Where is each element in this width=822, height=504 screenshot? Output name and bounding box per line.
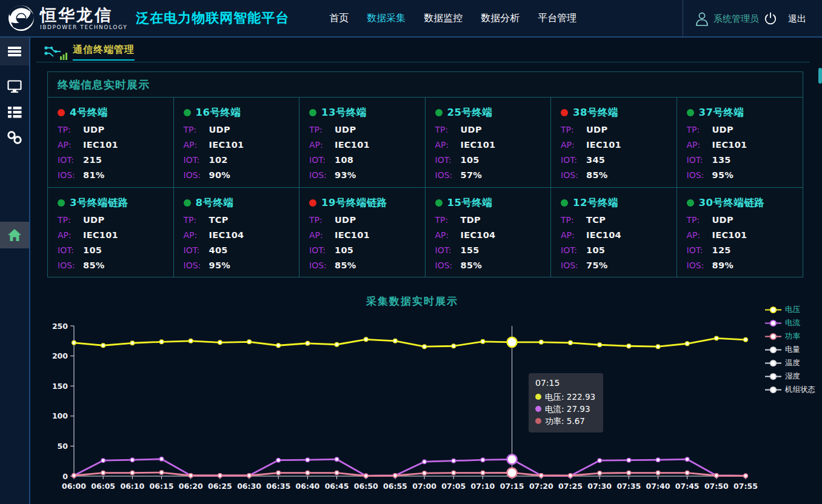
field-value-iot: 125 — [712, 245, 731, 256]
field-value-tp: UDP — [712, 124, 733, 135]
chart-title: 采集数据实时展示 — [36, 294, 788, 308]
breadcrumb[interactable]: 通信终端管理 — [73, 44, 135, 61]
sidebar-item-list[interactable] — [0, 99, 29, 125]
field-label-ios: IOS: — [561, 170, 586, 181]
terminal-name: 25号终端 — [447, 106, 493, 119]
legend-item-5[interactable]: 温度 — [765, 356, 815, 370]
field-label-tp: TP: — [561, 124, 586, 135]
status-dot-red — [561, 109, 568, 116]
realtime-line-chart[interactable]: 05010015020025006:0006:0506:1006:1506:20… — [36, 315, 822, 504]
legend-item-4[interactable]: 电量 — [765, 343, 815, 356]
field-value-tp: TCP — [586, 214, 606, 225]
terminal-card: 25号终端TP:UDPAP:IEC101IOT:105IOS:57% — [426, 98, 552, 188]
terminal-name: 12号终端 — [573, 196, 618, 210]
svg-text:06:55: 06:55 — [383, 482, 407, 491]
svg-text:07:05: 07:05 — [441, 482, 466, 491]
field-label-ios: IOS: — [435, 260, 461, 271]
terminal-name: 3号终端链路 — [70, 196, 129, 210]
field-value-ios: 93% — [335, 170, 356, 181]
terminal-name: 8号终端 — [196, 196, 234, 210]
status-dot-red — [58, 109, 65, 116]
field-value-iot: 105 — [83, 245, 102, 256]
user-icon — [695, 12, 709, 26]
series-dot-icon — [535, 418, 541, 424]
field-value-tp: UDP — [335, 124, 356, 135]
logout-button[interactable]: 退出 — [788, 13, 806, 25]
nav-item-5[interactable]: 平台管理 — [538, 12, 576, 25]
field-label-ios: IOS: — [58, 260, 83, 271]
field-value-ap: IEC104 — [461, 230, 496, 240]
nav-item-3[interactable]: 数据监控 — [424, 12, 463, 25]
scrollbar-thumb[interactable] — [818, 68, 822, 84]
field-value-iot: 102 — [209, 154, 228, 165]
legend-item-2[interactable]: 电流 — [765, 316, 815, 330]
terminal-card: 19号终端链路TP:UDPAP:IEC101IOT:105IOS:85% — [299, 188, 426, 277]
svg-text:07:35: 07:35 — [616, 482, 641, 491]
field-value-tp: UDP — [335, 214, 356, 225]
field-label-iot: IOT: — [58, 245, 83, 256]
status-dot-red — [309, 199, 316, 207]
field-label-iot: IOT: — [309, 154, 335, 165]
terminal-card: 3号终端链路TP:UDPAP:IEC101IOT:105IOS:85% — [48, 188, 174, 277]
menu-toggle-button[interactable] — [0, 38, 29, 65]
terminal-name: 37号终端 — [699, 106, 744, 119]
field-value-tp: UDP — [83, 214, 104, 225]
main-nav: 首页数据采集数据监控数据分析平台管理 — [329, 12, 576, 25]
brand-title: 恒华龙信 — [40, 7, 127, 23]
field-label-ap: AP: — [184, 230, 209, 240]
sidebar-item-monitor[interactable] — [0, 74, 29, 99]
legend-marker-icon — [765, 386, 781, 394]
status-dot-green — [184, 109, 191, 116]
field-value-ios: 85% — [335, 260, 356, 271]
terminal-card: 38号终端TP:UDPAP:IEC101IOT:345IOS:85% — [551, 98, 677, 188]
field-label-iot: IOT: — [184, 154, 209, 165]
field-label-tp: TP: — [309, 124, 335, 135]
svg-text:07:55: 07:55 — [733, 482, 758, 491]
terminal-card: 15号终端TP:TDPAP:IEC104IOT:155IOS:85% — [426, 188, 552, 277]
nav-item-4[interactable]: 数据分析 — [481, 12, 520, 25]
legend-label: 电流 — [785, 318, 800, 328]
status-dot-green — [309, 109, 316, 116]
power-icon[interactable] — [764, 12, 777, 25]
list-icon — [7, 106, 22, 118]
field-label-ap: AP: — [435, 230, 461, 240]
field-value-iot: 345 — [586, 154, 605, 165]
field-value-tp: TDP — [461, 214, 481, 225]
series-dot-icon — [535, 394, 541, 400]
legend-item-6[interactable]: 湿度 — [765, 370, 815, 383]
legend-item-1[interactable]: 电压 — [765, 303, 815, 316]
terminal-name: 4号终端 — [70, 106, 108, 119]
field-value-tp: UDP — [586, 124, 607, 135]
field-value-iot: 108 — [335, 154, 353, 165]
nav-item-2[interactable]: 数据采集 — [367, 12, 406, 25]
svg-text:07:15: 07:15 — [500, 482, 524, 491]
field-label-ap: AP: — [58, 230, 83, 240]
field-label-iot: IOT: — [687, 245, 712, 256]
legend-item-3[interactable]: 功率 — [765, 330, 815, 343]
field-value-ios: 85% — [586, 170, 608, 181]
svg-text:150: 150 — [52, 382, 68, 391]
sidebar-item-home[interactable] — [0, 222, 29, 248]
svg-text:200: 200 — [52, 351, 68, 360]
field-label-tp: TP: — [561, 214, 586, 225]
nav-item-1[interactable]: 首页 — [329, 12, 349, 25]
field-label-ap: AP: — [687, 230, 712, 240]
svg-text:250: 250 — [52, 322, 68, 331]
svg-text:07:20: 07:20 — [529, 482, 553, 491]
legend-marker-icon — [765, 306, 781, 314]
legend-marker-icon — [765, 346, 781, 354]
field-value-ap: IEC101 — [335, 230, 370, 240]
terminal-card: 13号终端TP:UDPAP:IEC101IOT:108IOS:93% — [299, 98, 426, 188]
user-name[interactable]: 系统管理员 — [713, 13, 759, 25]
field-value-ap: IEC101 — [83, 139, 118, 150]
field-label-iot: IOT: — [687, 154, 712, 165]
status-dot-green — [561, 199, 568, 207]
field-label-ios: IOS: — [435, 170, 461, 181]
legend-marker-icon — [765, 319, 781, 327]
field-value-ap: IEC101 — [461, 139, 496, 150]
divider — [36, 62, 810, 62]
field-label-ios: IOS: — [184, 260, 209, 271]
sidebar-item-link[interactable] — [0, 125, 29, 150]
legend-item-7[interactable]: 机组状态 — [765, 383, 815, 396]
tooltip-time: 07:15 — [535, 378, 595, 388]
